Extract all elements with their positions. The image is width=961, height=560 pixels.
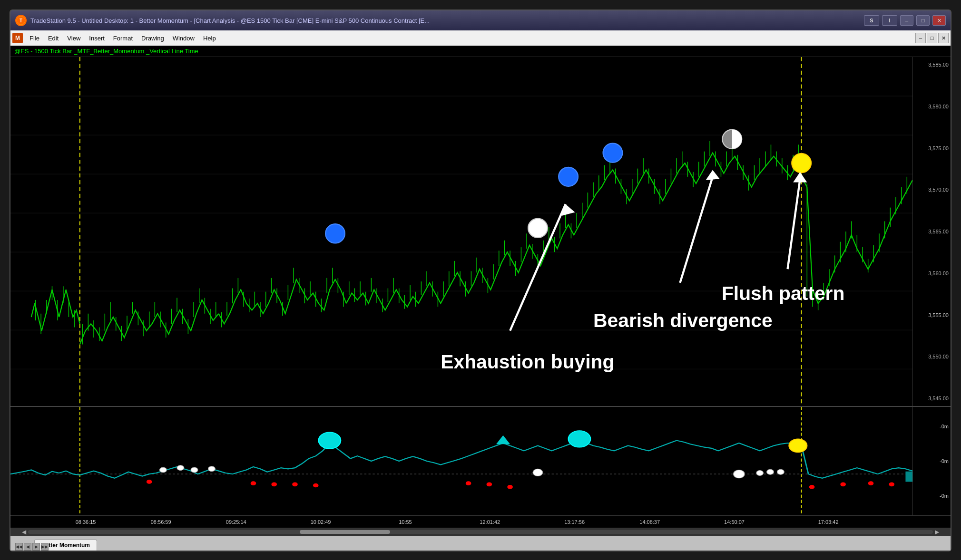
time-label-0925: 09:25:14	[226, 519, 246, 525]
menu-right-controls: – □ ✕	[915, 33, 949, 43]
svg-point-195	[313, 483, 319, 488]
time-label-0836: 08:36:15	[76, 519, 96, 525]
svg-point-213	[569, 431, 591, 447]
svg-point-199	[809, 485, 815, 489]
svg-point-192	[251, 481, 256, 485]
scrollbar-track[interactable]	[28, 530, 933, 534]
menu-help[interactable]: Help	[199, 32, 220, 44]
time-label-1703: 17:03:42	[818, 519, 839, 525]
svg-point-198	[507, 485, 513, 489]
title-bar-left: T TradeStation 9.5 - Untitled Desktop: 1…	[15, 15, 430, 26]
time-label-1450: 14:50:07	[724, 519, 745, 525]
price-3560: 3,560.00	[915, 270, 949, 276]
menu-drawing[interactable]: Drawing	[137, 32, 168, 44]
svg-point-200	[840, 483, 846, 487]
svg-point-201	[868, 481, 874, 485]
nav-buttons: ◀◀ ◀ ▶ ▶▶	[15, 543, 49, 550]
svg-text:M: M	[15, 35, 20, 41]
menu-insert[interactable]: Insert	[85, 32, 108, 44]
momentum-chart: _MTF_Better_Momentum_2	[10, 407, 912, 515]
scroll-left-arrow[interactable]: ◀	[20, 529, 28, 535]
menu-restore-btn[interactable]: –	[915, 33, 926, 43]
svg-point-205	[191, 467, 198, 473]
time-label-1317: 13:17:56	[564, 519, 585, 525]
price-3550: 3,550.00	[915, 354, 949, 359]
price-3575: 3,575.00	[915, 145, 949, 151]
price-3555: 3,555.00	[915, 312, 949, 318]
menu-window[interactable]: Window	[169, 32, 198, 44]
minimize-button[interactable]: –	[900, 15, 913, 26]
close-button[interactable]: ✕	[932, 15, 946, 26]
svg-point-210	[767, 469, 774, 474]
bottom-chart-row: _MTF_Better_Momentum_2	[10, 406, 951, 515]
nav-last-btn[interactable]: ▶▶	[41, 543, 49, 550]
svg-rect-216	[905, 472, 912, 482]
main-price-chart: Exhaustion buying Bearish divergence Flu…	[10, 57, 912, 406]
svg-point-206	[208, 466, 216, 472]
menu-file[interactable]: File	[26, 32, 43, 44]
time-label-1002: 10:02:49	[311, 519, 331, 525]
menu-logo: M	[12, 33, 23, 43]
nav-first-btn[interactable]: ◀◀	[15, 543, 23, 550]
svg-point-173	[559, 167, 578, 186]
price-3585: 3,585.00	[915, 62, 949, 68]
price-3570: 3,570.00	[915, 187, 949, 193]
time-label-1201: 12:01:42	[480, 519, 500, 525]
menu-view[interactable]: View	[63, 32, 84, 44]
chart-title-text: @ES - 1500 Tick Bar _MTF_Better_Momentum…	[14, 48, 198, 55]
svg-point-172	[325, 224, 345, 243]
menu-close-btn[interactable]: ✕	[938, 33, 949, 43]
svg-point-215	[789, 439, 807, 452]
time-label-1055: 10:55	[399, 519, 412, 525]
time-label-1408: 14:08:37	[639, 519, 660, 525]
maximize-button[interactable]: □	[916, 15, 930, 26]
main-chart-row: Exhaustion buying Bearish divergence Flu…	[10, 57, 951, 406]
app-icon: T	[15, 15, 27, 26]
svg-point-204	[177, 465, 184, 471]
s-button[interactable]: S	[864, 15, 879, 26]
svg-point-207	[533, 469, 542, 476]
svg-point-203	[160, 467, 167, 473]
i-button[interactable]: I	[882, 15, 897, 26]
title-bar: T TradeStation 9.5 - Untitled Desktop: 1…	[10, 10, 951, 30]
chart-title-bar: @ES - 1500 Tick Bar _MTF_Better_Momentum…	[10, 46, 951, 57]
menu-max-btn[interactable]: □	[927, 33, 937, 43]
svg-text:Flush pattern: Flush pattern	[722, 282, 845, 304]
momentum-label-bot: -0m	[915, 493, 949, 499]
menu-bar: M File Edit View Insert Format Drawing W…	[10, 30, 951, 46]
svg-point-174	[603, 143, 623, 162]
scrollbar-area: ◀ ▶	[10, 528, 951, 536]
svg-text:Bearish divergence: Bearish divergence	[593, 310, 773, 332]
svg-text:T: T	[20, 18, 22, 23]
svg-point-212	[319, 432, 341, 449]
svg-point-177	[792, 154, 811, 173]
scrollbar-thumb[interactable]	[300, 530, 390, 534]
price-scale: 3,585.00 3,580.00 3,575.00 3,570.00 3,56…	[912, 57, 951, 406]
svg-point-197	[487, 483, 492, 487]
menu-edit[interactable]: Edit	[44, 32, 62, 44]
price-3545: 3,545.00	[915, 396, 949, 401]
svg-point-194	[292, 483, 298, 487]
svg-point-193	[271, 483, 277, 487]
main-window: T TradeStation 9.5 - Untitled Desktop: 1…	[10, 10, 951, 551]
svg-point-202	[889, 483, 894, 487]
momentum-label-top: -0m	[915, 424, 949, 429]
nav-next-btn[interactable]: ▶	[32, 543, 40, 550]
svg-point-209	[756, 471, 764, 476]
svg-point-211	[777, 469, 784, 474]
tab-bar: ◀◀ ◀ ▶ ▶▶ Better Momentum	[10, 536, 951, 550]
chart-container: Exhaustion buying Bearish divergence Flu…	[10, 57, 951, 536]
svg-point-175	[528, 219, 548, 238]
price-3580: 3,580.00	[915, 104, 949, 109]
momentum-label-mid: -0m	[915, 458, 949, 464]
title-controls: S I – □ ✕	[864, 15, 946, 26]
inner-window: M File Edit View Insert Format Drawing W…	[10, 30, 951, 550]
svg-text:Exhaustion buying: Exhaustion buying	[441, 351, 614, 373]
time-label-0856: 08:56:59	[151, 519, 171, 525]
scroll-right-arrow[interactable]: ▶	[933, 529, 941, 535]
svg-point-208	[734, 470, 745, 478]
nav-prev-btn[interactable]: ◀	[24, 543, 31, 550]
menu-format[interactable]: Format	[109, 32, 137, 44]
time-axis: 08:36:15 08:56:59 09:25:14 10:02:49 10:5…	[10, 515, 951, 528]
svg-point-196	[466, 481, 471, 485]
